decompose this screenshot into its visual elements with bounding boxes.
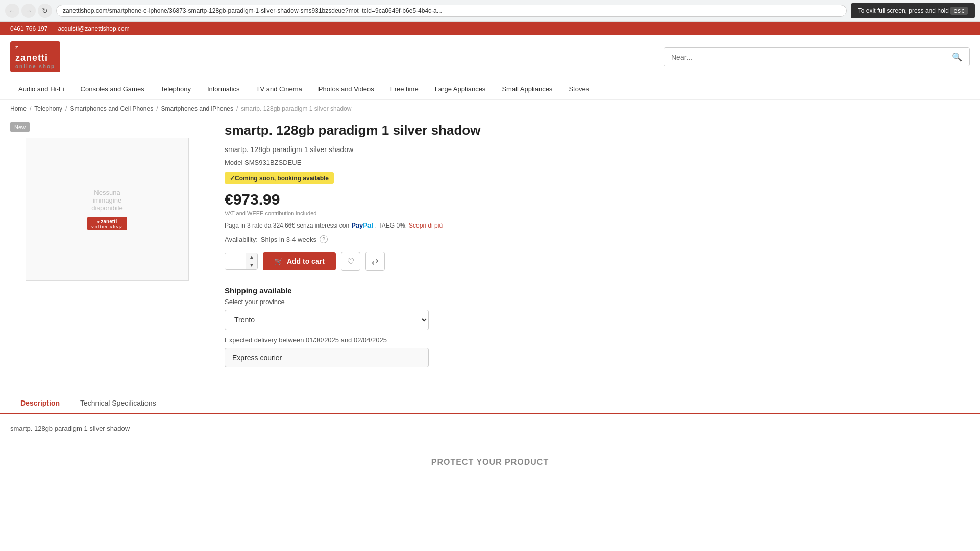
nav-informatics[interactable]: Informatics <box>199 79 248 99</box>
vat-note: VAT and WEEE contribution included <box>225 210 970 216</box>
help-icon[interactable]: ? <box>320 235 328 243</box>
tabs-row: Description Technical Specifications <box>0 393 980 414</box>
nav-tv[interactable]: TV and Cinema <box>248 79 310 99</box>
wishlist-button[interactable]: ♡ <box>341 252 360 271</box>
tab-content-description: smartp. 128gb paradigm 1 silver shadow <box>0 414 980 442</box>
heart-icon: ♡ <box>347 257 354 266</box>
qty-input[interactable]: 1 <box>225 253 246 269</box>
paypal-brand: PayPal <box>351 221 373 229</box>
model-line: Model SMS931BZSDEUE <box>225 159 970 166</box>
new-badge: New <box>10 122 30 132</box>
esc-badge: esc <box>950 7 968 15</box>
nav-small-appliances[interactable]: Small Appliances <box>494 79 560 99</box>
tab-technical-specs[interactable]: Technical Specifications <box>70 393 166 413</box>
protect-section: PROTECT YOUR PRODUCT <box>0 442 980 472</box>
shipping-section: Shipping available Select your province … <box>225 286 970 367</box>
product-info: smartp. 128gb paradigm 1 silver shadow s… <box>225 122 970 383</box>
qty-down-button[interactable]: ▼ <box>246 261 257 269</box>
logo-area[interactable]: z zanetti online shop <box>10 41 60 72</box>
url-text: zanettishop.com/smartphone-e-iphone/3687… <box>63 7 442 14</box>
compare-icon: ⇄ <box>372 257 378 266</box>
coming-soon-badge: ✓Coming soon, booking available <box>225 172 334 184</box>
breadcrumb-home[interactable]: Home <box>10 105 27 112</box>
product-title: smartp. 128gb paradigm 1 silver shadow <box>225 122 970 138</box>
search-bar[interactable]: 🔍 <box>664 47 970 66</box>
nav-telephony[interactable]: Telephony <box>153 79 199 99</box>
courier-box: Express courier <box>225 348 429 367</box>
main-nav: Audio and Hi-Fi Consoles and Games Telep… <box>0 79 980 100</box>
breadcrumb-telephony[interactable]: Telephony <box>34 105 62 112</box>
province-select[interactable]: Trento <box>225 310 429 330</box>
breadcrumb-current: smartp. 128gb paradigm 1 silver shadow <box>241 105 351 112</box>
reload-button[interactable]: ↻ <box>38 4 52 18</box>
product-image-area: New Nessuna immagine disponibile z zanet… <box>10 122 204 383</box>
cart-row: 1 ▲ ▼ 🛒 Add to cart ♡ ⇄ <box>225 252 970 271</box>
breadcrumb: Home / Telephony / Smartphones and Cell … <box>0 100 980 117</box>
delivery-estimate: Expected delivery between 01/30/2025 and… <box>225 336 970 344</box>
product-price: €973.99 <box>225 191 970 208</box>
url-bar[interactable]: zanettishop.com/smartphone-e-iphone/3687… <box>56 5 847 17</box>
tab-description[interactable]: Description <box>10 393 70 414</box>
top-bar: 0461 766 197 acquisti@zanettishop.com <box>0 22 980 35</box>
description-text: smartp. 128gb paradigm 1 silver shadow <box>10 424 970 432</box>
nav-stoves[interactable]: Stoves <box>560 79 597 99</box>
product-image-placeholder: Nessuna immagine disponibile z zanetti o… <box>26 138 189 281</box>
search-button[interactable]: 🔍 <box>945 48 969 66</box>
search-input[interactable] <box>664 48 945 66</box>
cart-icon: 🛒 <box>274 257 283 265</box>
add-to-cart-button[interactable]: 🛒 Add to cart <box>263 252 336 270</box>
breadcrumb-smartphones[interactable]: Smartphones and Cell Phones <box>70 105 153 112</box>
compare-button[interactable]: ⇄ <box>365 252 385 271</box>
top-email: acquisti@zanettishop.com <box>58 25 129 32</box>
product-subtitle: smartp. 128gb paradigm 1 silver shadow <box>225 145 970 154</box>
forward-button[interactable]: → <box>21 4 36 18</box>
nav-audio[interactable]: Audio and Hi-Fi <box>10 79 72 99</box>
shipping-subtitle: Select your province <box>225 298 970 306</box>
paypal-line: Paga in 3 rate da 324,66€ senza interess… <box>225 221 970 229</box>
shipping-title: Shipping available <box>225 286 970 295</box>
header: z zanetti online shop 🔍 <box>0 35 980 79</box>
breadcrumb-iphones[interactable]: Smartphones and iPhones <box>161 105 233 112</box>
placeholder-logo: z zanetti online shop <box>87 217 127 230</box>
nav-freetime[interactable]: Free time <box>382 79 427 99</box>
main-content: New Nessuna immagine disponibile z zanet… <box>0 117 980 388</box>
nav-photos[interactable]: Photos and Videos <box>310 79 382 99</box>
top-phone: 0461 766 197 <box>10 25 47 32</box>
logo-icon: z zanetti online shop <box>10 41 60 72</box>
scopri-link[interactable]: Scopri di più <box>409 222 443 229</box>
nav-consoles[interactable]: Consoles and Games <box>72 79 153 99</box>
fullscreen-toast: To exit full screen, press and hold esc <box>851 3 975 18</box>
availability-line: Availability: Ships in 3-4 weeks ? <box>225 235 970 243</box>
qty-up-button[interactable]: ▲ <box>246 253 257 261</box>
qty-control[interactable]: 1 ▲ ▼ <box>225 253 258 270</box>
nav-large-appliances[interactable]: Large Appliances <box>427 79 494 99</box>
back-button[interactable]: ← <box>5 4 19 18</box>
browser-bar: ← → ↻ zanettishop.com/smartphone-e-iphon… <box>0 0 980 22</box>
